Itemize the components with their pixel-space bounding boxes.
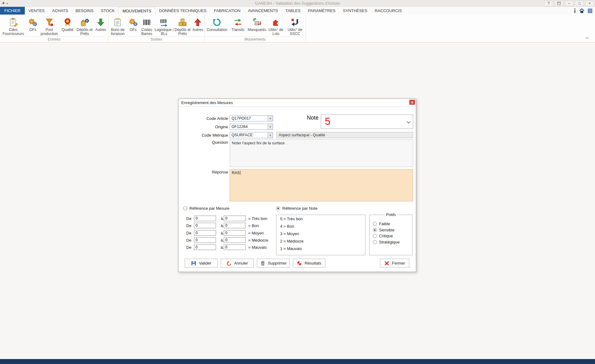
ribbon-btn-ofs-sorties[interactable]: OFs: [127, 18, 139, 32]
ribbon-collapse-button[interactable]: [585, 35, 589, 40]
group-label-mouvements: Mouvements: [205, 37, 306, 42]
note-combo[interactable]: 5: [321, 115, 413, 129]
window-layout-button[interactable]: [554, 1, 563, 6]
tab-donnees-techniques[interactable]: DONNÉES TECHNIQUES: [155, 7, 210, 15]
ribbon: Cdes Fournisseurs OFs Post production Qu…: [0, 15, 595, 42]
dialog-enregistrement-mesures: Enregistrement des Mesures x Code Articl…: [178, 99, 416, 272]
radio-icon[interactable]: [373, 234, 377, 238]
ribbon-btn-depots-prets-entrees[interactable]: Dépôts et Prêts: [76, 18, 93, 36]
medal-icon: [63, 18, 72, 27]
ribbon-btn-bons-livraison[interactable]: Bons de livraison: [108, 18, 127, 36]
note-label: Note: [307, 115, 319, 121]
measure-to-input[interactable]: [224, 216, 246, 221]
calculator-grid-icon[interactable]: [588, 8, 593, 13]
question-box[interactable]: Noter l'aspect fini de la surface: [230, 139, 413, 167]
measure-from-input[interactable]: [194, 237, 216, 243]
chevron-down-icon[interactable]: ▾: [267, 132, 273, 138]
ribbon-btn-transits[interactable]: Transits: [230, 18, 246, 32]
radio-icon[interactable]: [373, 228, 377, 232]
tab-fichier[interactable]: FICHIER: [0, 7, 25, 15]
ribbon-btn-qualite[interactable]: Qualité: [60, 18, 76, 32]
window-controls: ? – □ ×: [544, 1, 594, 6]
scale-line: 4 = Bon: [276, 223, 365, 230]
results-icon: [297, 261, 302, 266]
tab-mouvements[interactable]: MOUVEMENTS: [118, 7, 155, 15]
measure-from-input[interactable]: [194, 223, 216, 228]
measure-from-input[interactable]: [194, 216, 216, 221]
ribbon-btn-codes-barres[interactable]: Codes Barres: [139, 18, 154, 36]
ribbon-btn-ofs-entrees[interactable]: OFs: [27, 18, 39, 32]
radio-icon[interactable]: [373, 222, 377, 226]
poids-legend: Poids: [385, 213, 397, 217]
puzzle-icon: [271, 18, 280, 27]
ribbon-btn-depots-prets-sorties[interactable]: Dépôts et Prêts: [174, 18, 191, 36]
ribbon-btn-cdes-fournisseurs[interactable]: Cdes Fournisseurs: [0, 18, 26, 36]
scale-line: 3 = Moyen: [276, 230, 365, 238]
tab-syntheses[interactable]: SYNTHÈSES: [339, 7, 371, 15]
barcode-arrow-icon: [159, 18, 169, 27]
origine-combo[interactable]: OF12264 ▾: [230, 124, 273, 130]
tab-achats[interactable]: ACHATS: [48, 7, 72, 15]
missing-box-icon: [252, 18, 262, 27]
home-icon[interactable]: [579, 8, 584, 13]
note-scale-box: 5 = Très bon 4 = Bon 3 = Moyen 2 = Médio…: [276, 215, 365, 255]
dialog-title-bar[interactable]: Enregistrement des Mesures x: [178, 99, 416, 107]
gears-icon: [129, 18, 138, 27]
measure-to-input[interactable]: [224, 237, 246, 243]
measure-from-input[interactable]: [194, 244, 216, 250]
tab-besoins[interactable]: BESOINS: [72, 7, 97, 15]
ribbon-btn-manquants[interactable]: Manquants: [247, 18, 267, 32]
dialog-close-button[interactable]: x: [409, 100, 415, 105]
ribbon-group-mouvements: Consultation Transits Manquants Utilis° …: [205, 15, 306, 42]
radio-icon[interactable]: [276, 206, 280, 210]
ribbon-btn-utilis-lots[interactable]: Utilis° de Lots: [267, 18, 284, 36]
close-button[interactable]: ×: [585, 1, 594, 6]
annuler-button[interactable]: Annuler: [221, 259, 254, 268]
radio-poids-faible[interactable]: Faible: [373, 221, 390, 226]
radio-poids-sensible[interactable]: Sensible: [373, 227, 394, 232]
tab-stock[interactable]: STOCK: [97, 7, 119, 15]
radio-poids-critique[interactable]: Critique: [373, 233, 393, 238]
ribbon-btn-post-production[interactable]: Post production: [39, 18, 59, 36]
tab-raccourcis[interactable]: RACCOURCIS: [371, 7, 405, 15]
radio-reference-par-note[interactable]: Référence par Note: [276, 206, 317, 211]
radio-icon[interactable]: [373, 240, 377, 244]
supprimer-button[interactable]: Supprimer: [257, 259, 290, 268]
tab-fabrication[interactable]: FABRICATION: [210, 7, 244, 15]
ribbon-btn-logistique-bls[interactable]: Logistique / BLs: [154, 18, 174, 36]
resultats-button[interactable]: Résultats: [293, 259, 325, 268]
chevron-down-icon[interactable]: [407, 120, 411, 124]
measure-from-input[interactable]: [194, 230, 216, 236]
measure-to-input[interactable]: [224, 230, 246, 236]
code-article-combo[interactable]: Q17PO017 ▾: [230, 115, 273, 121]
dialog-title: Enregistrement des Mesures: [181, 99, 233, 107]
ribbon-btn-autres-sorties[interactable]: Autres: [191, 18, 204, 32]
note-value: 5: [325, 116, 330, 127]
chevron-down-icon[interactable]: ▾: [267, 124, 273, 129]
return-arrow-icon: [290, 18, 300, 27]
ribbon-group-entrees: Cdes Fournisseurs OFs Post production Qu…: [0, 15, 108, 42]
measure-to-input[interactable]: [224, 223, 246, 228]
ribbon-btn-utilis-sscc[interactable]: Utilis° de SSCC: [285, 18, 305, 36]
code-metrique-combo[interactable]: QSURFACE ▾: [230, 132, 273, 138]
valider-button[interactable]: Valider: [185, 259, 218, 268]
measure-to-input[interactable]: [224, 244, 246, 250]
radio-reference-par-mesure[interactable]: Référence par Mesure: [183, 206, 229, 211]
tab-ventes[interactable]: VENTES: [25, 7, 48, 15]
maximize-button[interactable]: □: [575, 1, 584, 6]
undo-icon: [227, 261, 231, 266]
taskbar: [0, 359, 595, 364]
fermer-button[interactable]: Fermer: [380, 259, 409, 268]
reponse-textarea[interactable]: RAS: [230, 169, 413, 201]
minimize-button[interactable]: –: [565, 1, 574, 6]
tab-avancements[interactable]: AVANCEMENTS: [244, 7, 282, 15]
info-icon[interactable]: [574, 8, 576, 13]
radio-icon[interactable]: [183, 206, 187, 210]
tab-parametres[interactable]: PARAMÈTRES: [304, 7, 339, 15]
help-button[interactable]: ?: [544, 1, 553, 6]
ribbon-btn-consultation[interactable]: Consultation: [205, 18, 229, 32]
chevron-down-icon[interactable]: ▾: [267, 116, 273, 121]
tab-tables[interactable]: TABLES: [282, 7, 304, 15]
radio-poids-strategique[interactable]: Stratégique: [373, 239, 400, 244]
ribbon-btn-autres-entrees[interactable]: Autres: [94, 18, 108, 32]
